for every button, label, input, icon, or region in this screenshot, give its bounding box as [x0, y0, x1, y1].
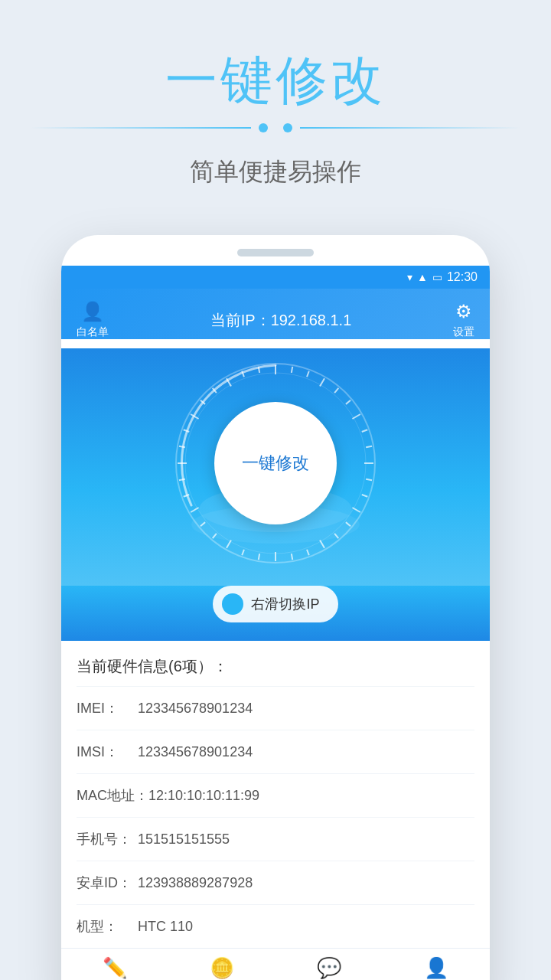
app-header: 👤 白名单 当前IP：192.168.1.1 ⚙ 设置 [61, 289, 490, 339]
table-row: IMSI： 123345678901234 [77, 730, 474, 773]
app-screen: ▾ ▲ ▭ 12:30 👤 白名单 当前IP：192.168.1.1 [61, 266, 490, 980]
imei-value: 123345678901234 [138, 701, 253, 717]
phone-mockup: ▾ ▲ ▭ 12:30 👤 白名单 当前IP：192.168.1.1 [61, 235, 490, 980]
top-section: 一键修改 简单便捷易操作 [0, 0, 551, 235]
phone-value: 151515151555 [138, 831, 230, 848]
hardware-title: 当前硬件信息(6项）： [77, 656, 474, 686]
svg-line-8 [352, 414, 360, 419]
svg-line-14 [352, 508, 360, 512]
svg-line-6 [334, 388, 338, 393]
slide-btn-container: 右滑切换IP [61, 586, 490, 641]
dial-center-text: 一键修改 [242, 452, 309, 475]
subtitle: 简单便捷易操作 [31, 155, 520, 189]
dial-outer: 一键修改 [168, 356, 383, 570]
signal-icon: ▲ [417, 271, 428, 283]
battery-icon: ▭ [432, 271, 442, 283]
svg-line-23 [227, 540, 231, 547]
phone-speaker [237, 249, 314, 256]
svg-line-10 [366, 446, 372, 447]
imei-label: IMEI： [77, 699, 138, 717]
profile-icon: 👤 [424, 956, 448, 980]
whitelist-button[interactable]: 👤 白名单 [77, 301, 109, 339]
svg-line-12 [366, 479, 372, 480]
status-bar: ▾ ▲ ▭ 12:30 [61, 266, 490, 289]
svg-line-9 [362, 430, 368, 432]
bottom-nav: ✏️ 一键修改 🪙 套餐充值 💬 帮助 👤 个人中心 [61, 948, 490, 980]
settings-button[interactable]: ⚙ 设置 [453, 301, 474, 339]
svg-line-21 [259, 554, 259, 560]
settings-label: 设置 [453, 325, 474, 339]
imsi-value: 123345678901234 [138, 744, 253, 760]
svg-line-22 [242, 550, 244, 556]
line-decoration [31, 123, 520, 132]
wifi-icon: ▾ [407, 271, 412, 283]
mac-label: MAC地址： [77, 786, 148, 805]
table-row: 手机号： 151515151555 [77, 817, 474, 861]
whitelist-icon: 👤 [81, 301, 104, 322]
main-title: 一键修改 [31, 46, 520, 116]
android-id-label: 安卓ID： [77, 874, 138, 892]
line-left [31, 127, 251, 129]
slide-button-text: 右滑切换IP [251, 595, 319, 613]
svg-line-17 [320, 540, 324, 547]
table-row: 机型： HTC 110 [77, 904, 474, 948]
modify-icon: ✏️ [103, 956, 127, 980]
android-id-value: 123938889287928 [138, 875, 253, 891]
table-row: IMEI： 123345678901234 [77, 686, 474, 730]
dial-container: 一键修改 [61, 348, 490, 586]
nav-item-profile[interactable]: 👤 个人中心 [398, 956, 474, 980]
nav-item-modify[interactable]: ✏️ 一键修改 [77, 956, 153, 980]
nav-item-help[interactable]: 💬 帮助 [291, 956, 367, 980]
slide-button[interactable]: 右滑切换IP [213, 586, 337, 622]
settings-icon: ⚙ [455, 301, 472, 322]
svg-line-7 [346, 400, 350, 404]
table-row: 安卓ID： 123938889287928 [77, 861, 474, 904]
dial-center-button[interactable]: 一键修改 [214, 402, 337, 524]
mac-value: 12:10:10:10:11:99 [148, 788, 259, 804]
whitelist-label: 白名单 [77, 325, 109, 339]
header-row: 👤 白名单 当前IP：192.168.1.1 ⚙ 设置 [77, 301, 474, 339]
svg-line-4 [307, 371, 309, 377]
table-row: MAC地址： 12:10:10:10:11:99 [77, 773, 474, 817]
svg-line-26 [191, 508, 198, 512]
svg-line-13 [362, 495, 368, 497]
slide-knob [222, 593, 243, 615]
recharge-icon: 🪙 [210, 956, 234, 980]
svg-line-5 [320, 378, 324, 386]
phone-label: 手机号： [77, 830, 138, 848]
nav-item-recharge[interactable]: 🪙 套餐充值 [184, 956, 260, 980]
svg-line-19 [292, 554, 292, 560]
hardware-section: 当前硬件信息(6项）： IMEI： 123345678901234 IMSI： … [61, 641, 490, 948]
status-time: 12:30 [447, 270, 478, 284]
line-right [300, 127, 520, 129]
current-ip-display: 当前IP：192.168.1.1 [210, 310, 352, 331]
model-value: HTC 110 [138, 919, 193, 935]
svg-line-18 [307, 550, 309, 556]
dot-right [283, 123, 292, 132]
help-icon: 💬 [317, 956, 341, 980]
imsi-label: IMSI： [77, 743, 138, 761]
model-label: 机型： [77, 917, 138, 936]
svg-line-3 [292, 367, 292, 373]
phone-wrapper: ▾ ▲ ▭ 12:30 👤 白名单 当前IP：192.168.1.1 [0, 235, 551, 980]
status-icons: ▾ ▲ ▭ 12:30 [407, 270, 478, 284]
dot-left [259, 123, 268, 132]
